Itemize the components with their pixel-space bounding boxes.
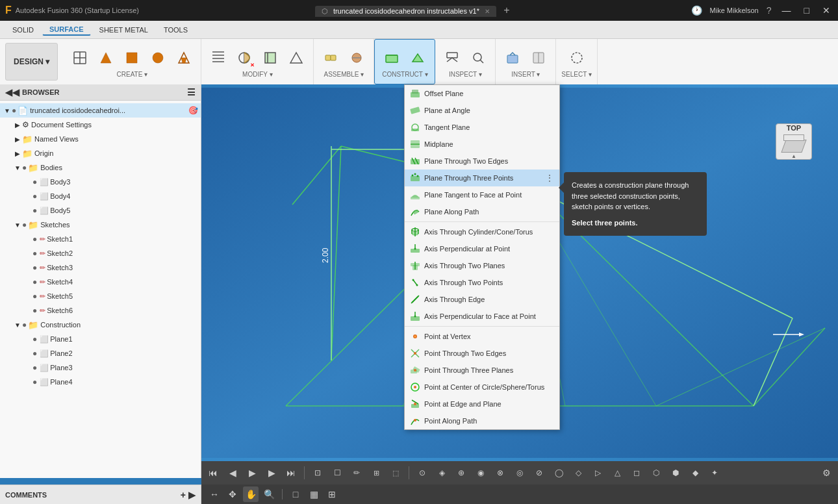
bt-filter13[interactable]: ⬡	[647, 464, 665, 482]
help-icon[interactable]: ?	[767, 5, 772, 16]
plane2-vis-icon[interactable]: ●	[32, 349, 37, 358]
tree-sketches[interactable]: ▼ ● 📁 Sketches	[10, 218, 201, 232]
plane1-vis-icon[interactable]: ●	[32, 334, 37, 344]
construct-label[interactable]: CONSTRUCT ▾	[382, 71, 427, 78]
user-name[interactable]: Mike Mikkelson	[710, 6, 759, 14]
tree-root[interactable]: ▼ ● 📄 truncated icosidodecahedroi... 🎯	[0, 103, 201, 118]
body4-vis-icon[interactable]: ●	[32, 192, 37, 201]
menu-plane-angle[interactable]: Plane at Angle	[405, 102, 559, 119]
snap-icon[interactable]: ⊞	[324, 486, 340, 502]
inspect-tool-2[interactable]	[466, 46, 490, 69]
menu-axis-two-planes[interactable]: Axis Through Two Planes	[405, 257, 559, 274]
bt-filter7[interactable]: ⊘	[530, 464, 548, 482]
menu-plane-two-edges[interactable]: Plane Through Two Edges	[405, 153, 559, 170]
body5-vis-icon[interactable]: ●	[32, 206, 37, 215]
menu-axis-perp-point[interactable]: Axis Perpendicular at Point	[405, 240, 559, 257]
sidebar-options-icon[interactable]: ☰	[187, 87, 196, 97]
modify-tool-1[interactable]	[207, 46, 230, 69]
menu-offset-plane[interactable]: Offset Plane	[405, 85, 559, 102]
insert-tool-2[interactable]	[527, 46, 550, 69]
modify-tool-2[interactable]: ✕	[233, 46, 256, 69]
tab-sheet-metal[interactable]: SHEET METAL	[92, 24, 155, 36]
sketch5-vis-icon[interactable]: ●	[32, 292, 37, 301]
named-views-expand[interactable]: ▶	[13, 134, 22, 144]
select-label[interactable]: SELECT ▾	[561, 71, 592, 78]
bt-filter2[interactable]: ◈	[433, 464, 451, 482]
bt-filter10[interactable]: ▷	[589, 464, 607, 482]
menu-point-edge-plane[interactable]: Point at Edge and Plane	[405, 396, 559, 412]
menu-point-along-path[interactable]: Point Along Path	[405, 412, 559, 429]
modify-label[interactable]: MODIFY ▾	[242, 71, 272, 78]
bt-filter11[interactable]: △	[608, 464, 626, 482]
bt-filter15[interactable]: ◆	[686, 464, 704, 482]
assemble-tool-1[interactable]	[319, 46, 342, 69]
tree-sketch1[interactable]: ● ✏ Sketch1	[21, 232, 201, 246]
tree-bodies[interactable]: ▼ ● 📁 Bodies	[10, 160, 201, 175]
insert-label[interactable]: INSERT ▾	[511, 71, 540, 78]
bt-prev[interactable]: ◀	[223, 464, 242, 482]
design-button[interactable]: DESIGN ▾	[5, 43, 58, 81]
body3-vis-icon[interactable]: ●	[32, 177, 37, 186]
origin-expand[interactable]: ▶	[13, 149, 22, 158]
sketch2-vis-icon[interactable]: ●	[32, 249, 37, 258]
menu-axis-cylinder[interactable]: Axis Through Cylinder/Cone/Torus	[405, 223, 559, 240]
pan-icon[interactable]: ✥	[225, 486, 240, 502]
bt-settings[interactable]: ⚙	[817, 464, 835, 482]
bt-filter16[interactable]: ✦	[705, 464, 724, 482]
bt-next[interactable]: ▶	[262, 464, 281, 482]
bt-filter9[interactable]: ◇	[569, 464, 587, 482]
bt-filter4[interactable]: ◉	[472, 464, 490, 482]
menu-midplane[interactable]: Midplane	[405, 136, 559, 153]
create-tool-1[interactable]	[68, 46, 92, 69]
tree-origin[interactable]: ▶ 📁 Origin	[10, 146, 201, 160]
file-tab[interactable]: ⬡ truncated icosidodecahedron instructab…	[315, 6, 496, 17]
assemble-tool-2[interactable]	[345, 46, 368, 69]
tree-construction[interactable]: ▼ ● 📁 Construction	[10, 318, 201, 332]
sketch3-vis-icon[interactable]: ●	[32, 263, 37, 272]
comments-expand-icon[interactable]: ▶	[188, 490, 196, 500]
insert-tool-1[interactable]	[501, 46, 524, 69]
collapse-sidebar-icon[interactable]: ◀◀	[5, 87, 19, 97]
bt-filter12[interactable]: ◻	[628, 464, 646, 482]
close-button[interactable]: ✕	[820, 5, 833, 16]
root-target-icon[interactable]: 🎯	[188, 106, 198, 115]
bt-filter6[interactable]: ◎	[511, 464, 529, 482]
sketch4-vis-icon[interactable]: ●	[32, 277, 37, 286]
orbit-icon[interactable]: ✋	[243, 486, 259, 502]
tab-close-icon[interactable]: ✕	[485, 8, 490, 15]
menu-point-vertex[interactable]: Point at Vertex	[405, 328, 559, 345]
assemble-label[interactable]: ASSEMBLE ▾	[324, 71, 364, 78]
bt-window-sel[interactable]: ⬚	[387, 464, 405, 482]
view-nav-icon[interactable]: ↔	[207, 486, 222, 502]
bt-paint-select[interactable]: ✏	[348, 464, 366, 482]
bt-filter3[interactable]: ⊕	[452, 464, 470, 482]
bodies-vis-icon[interactable]: ●	[22, 163, 27, 172]
maximize-button[interactable]: □	[802, 5, 812, 16]
construction-vis-icon[interactable]: ●	[22, 320, 27, 329]
select-tool-1[interactable]	[565, 46, 589, 69]
nav-cube[interactable]: TOP ▲	[776, 123, 812, 160]
zoom-icon[interactable]: 🔍	[261, 486, 277, 502]
bt-filter5[interactable]: ⊗	[491, 464, 509, 482]
bt-filter1[interactable]: ⊙	[413, 464, 431, 482]
history-icon[interactable]: 🕐	[691, 5, 702, 16]
bt-play[interactable]: ▶	[243, 464, 261, 482]
tree-named-views[interactable]: ▶ 📁 Named Views	[10, 132, 201, 146]
tree-plane2[interactable]: ● ⬜ Plane2	[21, 346, 201, 360]
bt-filter8[interactable]: ◯	[550, 464, 568, 482]
tree-body4[interactable]: ● ⬜ Body4	[21, 189, 201, 203]
grid-icon[interactable]: ▦	[306, 486, 322, 502]
bodies-expand[interactable]: ▼	[13, 163, 22, 172]
menu-plane-three-points[interactable]: Plane Through Three Points ⋮	[405, 170, 559, 186]
sketches-vis-icon[interactable]: ●	[22, 220, 27, 229]
create-label[interactable]: CREATE ▾	[117, 71, 148, 78]
menu-axis-through-edge[interactable]: Axis Through Edge	[405, 291, 559, 308]
root-vis-icon[interactable]: ●	[12, 106, 16, 115]
tree-body3[interactable]: ● ⬜ Body3	[21, 175, 201, 189]
bt-free-select[interactable]: ⊞	[367, 464, 385, 482]
bt-select-mode[interactable]: ⊡	[309, 464, 327, 482]
menu-point-center-circle[interactable]: Point at Center of Circle/Sphere/Torus	[405, 379, 559, 396]
create-tool-5[interactable]	[172, 46, 196, 69]
menu-axis-perp-face[interactable]: Axis Perpendicular to Face at Point	[405, 308, 559, 325]
minimize-button[interactable]: —	[780, 5, 794, 16]
